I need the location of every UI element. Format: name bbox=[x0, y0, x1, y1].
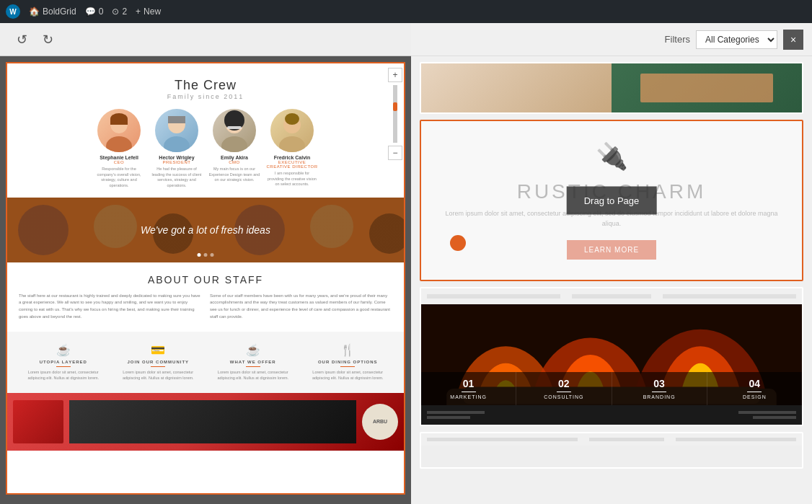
orange-dot bbox=[450, 235, 466, 251]
food-banner-text: We've got a lot of fresh ideas bbox=[141, 224, 270, 236]
dot-1 bbox=[198, 253, 201, 257]
fire-label-3: BRANDING bbox=[615, 394, 704, 399]
crew-member-3: Emily Akira CMO My main focus is on our … bbox=[208, 109, 260, 189]
template-card-fire[interactable]: 01 MARKETING 02 CONSULTING 03 BRA bbox=[420, 287, 803, 426]
learn-more-button[interactable]: LEARN MORE bbox=[567, 240, 656, 260]
bottom-card-header bbox=[421, 433, 802, 446]
icon-item-3: ☕ WHAT WE OFFER Lorem ipsum dolor sit am… bbox=[208, 343, 298, 381]
comment-icon: 💬 bbox=[85, 6, 96, 17]
fire-num-2: 02 bbox=[519, 378, 608, 389]
crew-member-name-3: Emily Akira bbox=[208, 155, 260, 160]
plus-icon: + bbox=[136, 6, 141, 17]
arbu-logo: ARBU bbox=[362, 404, 398, 440]
crew-member-desc-3: My main focus is on our Experience Desig… bbox=[208, 167, 260, 183]
admin-bar: W 🏠 BoldGrid 💬 0 ⊙ 2 + New bbox=[0, 0, 812, 23]
icon-divider-4 bbox=[340, 366, 355, 367]
crew-subtitle: Family since 2011 bbox=[19, 93, 392, 100]
fire-divider-3 bbox=[652, 392, 666, 392]
fire-image: 01 MARKETING 02 CONSULTING 03 BRA bbox=[421, 304, 802, 405]
close-icon: × bbox=[790, 34, 796, 45]
right-panel-header: Filters All Categories × bbox=[411, 23, 812, 56]
icon-divider-2 bbox=[151, 366, 165, 367]
crew-member-title-4: EXECUTIVE CREATIVE DIRECTOR bbox=[266, 160, 318, 169]
circle-icon: ⊙ bbox=[112, 6, 119, 17]
main-layout: ↺ ↻ + − The Crew Family since 2011 bbox=[0, 23, 812, 504]
fire-divider-2 bbox=[557, 392, 571, 392]
coffee-section: ARBU bbox=[7, 393, 404, 451]
rustic-card: 🔌 RUSTIC CHARM Lorem ipsum dolor sit ame… bbox=[421, 121, 802, 280]
inner-page: The Crew Family since 2011 bbox=[6, 62, 405, 495]
avatar-1 bbox=[97, 109, 141, 152]
crew-member-desc-1: Responsible for the company's overall vi… bbox=[93, 167, 145, 189]
filters-label: Filters bbox=[665, 34, 690, 45]
fire-num-1: 01 bbox=[424, 378, 513, 389]
dining-icon: 🍴 bbox=[304, 343, 393, 357]
admin-bar-home[interactable]: 🏠 BoldGrid bbox=[29, 6, 76, 17]
fire-label-4: DESIGN bbox=[710, 394, 799, 399]
circle-count: 2 bbox=[122, 6, 127, 17]
zoom-in-button[interactable]: + bbox=[388, 68, 402, 82]
categories-select[interactable]: All Categories bbox=[696, 30, 777, 49]
undo-button[interactable]: ↺ bbox=[12, 30, 32, 50]
home-icon: 🏠 bbox=[29, 6, 40, 17]
crew-member-title-3: CMO bbox=[208, 160, 260, 164]
about-staff: ABOUT OUR STAFF The staff here at our re… bbox=[7, 262, 404, 332]
fire-grid-item-2: 02 CONSULTING bbox=[516, 372, 612, 405]
editor-toolbar: ↺ ↻ bbox=[0, 23, 411, 56]
template-card-bottom[interactable] bbox=[420, 432, 803, 469]
right-panel[interactable]: Filters All Categories × bbox=[411, 23, 812, 504]
svg-point-14 bbox=[285, 113, 299, 125]
utopia-icon: ☕ bbox=[19, 343, 108, 357]
fire-num-4: 04 bbox=[710, 378, 799, 389]
admin-bar-comments[interactable]: 💬 0 bbox=[85, 6, 104, 17]
template-card-rustic[interactable]: ✛ 🔌 RUSTIC CHARM Lorem ipsum dolor sit a… bbox=[420, 120, 803, 281]
crew-member-title-2: PRESIDENT bbox=[151, 160, 203, 164]
icon-divider-3 bbox=[246, 366, 260, 367]
new-label: New bbox=[144, 6, 161, 17]
about-col-1: The staff here at our restaurant is high… bbox=[19, 293, 201, 320]
svg-rect-11 bbox=[227, 126, 242, 129]
fire-divider-4 bbox=[747, 392, 762, 392]
fire-label-1: MARKETING bbox=[424, 394, 513, 399]
about-title: ABOUT OUR STAFF bbox=[19, 274, 392, 286]
crew-member-1: Stephanie Lefell CEO Responsible for the… bbox=[93, 109, 145, 189]
svg-rect-7 bbox=[168, 116, 185, 123]
fire-divider-1 bbox=[462, 392, 476, 392]
icon-desc-1: Lorem ipsum dolor sit amet, consectetur … bbox=[19, 369, 108, 381]
crew-title: The Crew bbox=[19, 78, 392, 93]
comment-count: 0 bbox=[99, 6, 104, 17]
template-card-top[interactable] bbox=[420, 62, 803, 114]
undo-icon: ↺ bbox=[17, 32, 27, 48]
food-dots bbox=[198, 253, 214, 257]
zoom-out-button[interactable]: − bbox=[388, 146, 402, 160]
crew-member-title-1: CEO bbox=[93, 160, 145, 164]
crew-members: Stephanie Lefell CEO Responsible for the… bbox=[19, 109, 392, 189]
crew-member-2: Hector Wrigley PRESIDENT He had the plea… bbox=[151, 109, 203, 189]
fire-grid-item-4: 04 DESIGN bbox=[707, 372, 802, 405]
admin-bar-new[interactable]: + New bbox=[136, 6, 161, 17]
icon-divider-1 bbox=[56, 366, 71, 367]
fire-footer bbox=[421, 405, 802, 425]
about-col-2: Some of our staff members have been with… bbox=[210, 293, 392, 320]
svg-point-13 bbox=[279, 136, 305, 152]
zoom-controls: + − bbox=[388, 68, 402, 160]
fire-card-header bbox=[421, 288, 802, 304]
community-icon: 💳 bbox=[114, 343, 203, 357]
fire-grid-item-1: 01 MARKETING bbox=[421, 372, 516, 405]
fire-header-item-3 bbox=[663, 294, 796, 299]
wp-logo[interactable]: W bbox=[6, 4, 20, 19]
redo-icon: ↻ bbox=[43, 32, 53, 48]
svg-point-9 bbox=[221, 136, 247, 152]
icon-label-1: UTOPIA LAYERED bbox=[19, 360, 108, 364]
offer-icon: ☕ bbox=[208, 343, 298, 357]
svg-rect-4 bbox=[110, 119, 128, 125]
crew-member-name-2: Hector Wrigley bbox=[151, 155, 203, 160]
close-button[interactable]: × bbox=[783, 30, 803, 50]
food-banner: We've got a lot of fresh ideas bbox=[7, 198, 404, 262]
template-top bbox=[421, 63, 802, 112]
page-preview[interactable]: + − The Crew Family since 2011 bbox=[0, 56, 411, 504]
icon-desc-3: Lorem ipsum dolor sit amet, consectetur … bbox=[208, 369, 298, 381]
plug-icon: 🔌 bbox=[436, 141, 787, 172]
redo-button[interactable]: ↻ bbox=[37, 30, 58, 50]
admin-bar-circle[interactable]: ⊙ 2 bbox=[112, 6, 127, 17]
